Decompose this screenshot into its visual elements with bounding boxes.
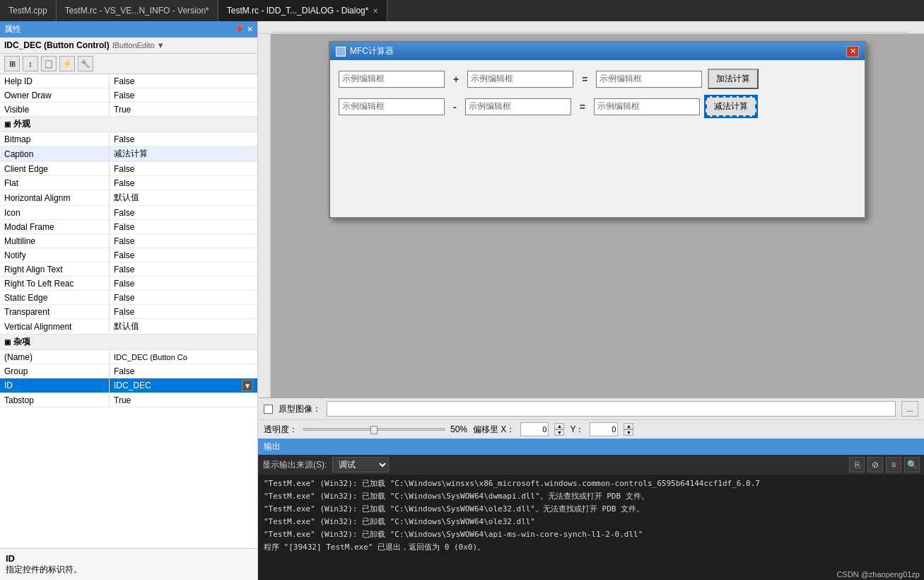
slider-thumb[interactable]: [370, 426, 378, 434]
dialog-row-2: 示例编辑框 - 示例编辑框 = 示例编辑框: [339, 96, 856, 117]
properties-table: Help ID False Owner Draw False Visible T…: [0, 74, 257, 548]
section-misc: ▣ 杂项: [0, 335, 257, 350]
prop-right-align-text: Right Align Text False: [0, 262, 257, 277]
prop-modal-frame: Modal Frame False: [0, 220, 257, 234]
sub-button[interactable]: 减法计算: [706, 96, 756, 117]
panel-header: 属性 📌 ✕: [0, 21, 257, 37]
prop-group: Group False: [0, 364, 257, 378]
dialog-empty-space: [339, 124, 856, 209]
offset-y-spinner: ▲ ▼: [624, 423, 633, 436]
prop-caption[interactable]: Caption 减法计算: [0, 146, 257, 162]
offset-y-down[interactable]: ▼: [624, 429, 633, 436]
tab-testm-cpp[interactable]: TestM.cpp: [0, 0, 57, 21]
pin-icon[interactable]: 📌: [234, 25, 244, 34]
control-name-label: IDC_DEC (Button Control): [4, 40, 110, 50]
property-info-title: ID: [6, 553, 252, 564]
prop-tabstop: Tabstop True: [0, 393, 257, 407]
tab-version[interactable]: TestM.rc - VS_VE...N_INFO - Version*: [57, 0, 218, 21]
control-type-label: IButtonEdito ▼: [112, 41, 165, 50]
designer-area: MFC计算器 ✕ 示例编辑框 +: [258, 21, 924, 439]
offset-x-down[interactable]: ▼: [554, 429, 564, 436]
prototype-browse-btn[interactable]: ...: [901, 401, 918, 417]
offset-y-label: Y：: [570, 424, 584, 436]
panel-title-label: 属性: [4, 23, 21, 35]
sub-edit1[interactable]: 示例编辑框: [339, 98, 445, 115]
prop-name-field: (Name) IDC_DEC (Button Co: [0, 350, 257, 364]
control-selector: IDC_DEC (Button Control) IButtonEdito ▼: [0, 37, 257, 54]
dialog-window: MFC计算器 ✕ 示例编辑框 +: [329, 41, 866, 219]
prop-id[interactable]: ID IDC_DEC ▼: [0, 378, 257, 393]
properties-panel: 属性 📌 ✕ IDC_DEC (Button Control) IButtonE…: [0, 21, 258, 580]
output-wrap-icon[interactable]: ≡: [886, 457, 901, 472]
properties-toolbar: ⊞ ↕ 📋 ⚡ 🔧: [0, 54, 257, 74]
offset-x-up[interactable]: ▲: [554, 423, 564, 429]
prototype-checkbox[interactable]: [264, 405, 273, 414]
add-eq: =: [579, 74, 590, 85]
tab-bar: TestM.cpp TestM.rc - VS_VE...N_INFO - Ve…: [0, 0, 924, 21]
add-edit3[interactable]: 示例编辑框: [596, 71, 702, 88]
dialog-title-text: MFC计算器: [350, 45, 394, 57]
properties-btn[interactable]: 📋: [41, 56, 57, 71]
output-toolbar: 显示输出来源(S): 调试 ⎘ ⊘ ≡ 🔍: [258, 455, 924, 475]
tab-dialog[interactable]: TestM.rc - IDD_T..._DIALOG - Dialog* ✕: [218, 0, 388, 21]
prop-icon: Icon False: [0, 206, 257, 220]
output-line-6: 程序 "[39432] TestM.exe" 已退出，返回值为 0 (0x0)。: [264, 541, 918, 554]
output-line-4: "TestM.exe" (Win32): 已卸载 "C:\Windows\Sys…: [264, 516, 918, 528]
panel-close-icon[interactable]: ✕: [247, 25, 253, 34]
sub-eq: =: [577, 101, 588, 112]
canvas-area[interactable]: MFC计算器 ✕ 示例编辑框 +: [271, 34, 924, 398]
output-line-2: "TestM.exe" (Win32): 已加载 "C:\Windows\Sys…: [264, 490, 918, 503]
id-dropdown-btn[interactable]: ▼: [242, 380, 253, 391]
output-source-label: 显示输出来源(S):: [262, 459, 327, 471]
alphabetical-btn[interactable]: ↕: [23, 56, 38, 71]
prop-owner-draw: Owner Draw False: [0, 88, 257, 103]
dialog-app-icon: [336, 47, 346, 57]
prop-multiline: Multiline False: [0, 234, 257, 248]
dialog-titlebar: MFC计算器 ✕: [330, 42, 865, 60]
offset-x-input[interactable]: [520, 422, 549, 436]
sub-edit2[interactable]: 示例编辑框: [465, 98, 571, 115]
watermark: CSDN @zhaopeng01zp: [836, 570, 920, 579]
settings-btn[interactable]: 🔧: [78, 56, 93, 71]
section-misc-toggle-icon[interactable]: ▣: [4, 338, 11, 346]
sub-edit3[interactable]: 示例编辑框: [594, 98, 700, 115]
section-appearance: ▣ 外观: [0, 117, 257, 132]
output-action-icons: ⎘ ⊘ ≡ 🔍: [849, 457, 920, 472]
section-toggle-icon[interactable]: ▣: [4, 120, 11, 128]
output-source-select[interactable]: 调试: [332, 457, 389, 472]
tab-close-icon[interactable]: ✕: [373, 7, 378, 15]
prototype-input[interactable]: [327, 401, 896, 417]
add-edit2[interactable]: 示例编辑框: [467, 71, 573, 88]
prop-notify: Notify False: [0, 248, 257, 262]
prototype-bar: 原型图像： ...: [258, 398, 924, 419]
events-btn[interactable]: ⚡: [59, 56, 75, 71]
dialog-close-button[interactable]: ✕: [846, 46, 859, 57]
right-panel: MFC计算器 ✕ 示例编辑框 +: [258, 21, 924, 580]
output-line-1: "TestM.exe" (Win32): 已加载 "C:\Windows\win…: [264, 477, 918, 490]
output-title: 输出: [264, 441, 281, 453]
panel-header-icons: 📌 ✕: [234, 25, 253, 34]
add-button[interactable]: 加法计算: [708, 69, 759, 89]
output-copy-icon[interactable]: ⎘: [849, 457, 865, 472]
prop-horiz-align: Horizontal Alignm 默认值: [0, 190, 257, 206]
offset-y-up[interactable]: ▲: [624, 423, 633, 429]
add-edit1[interactable]: 示例编辑框: [339, 71, 445, 88]
output-line-5: "TestM.exe" (Win32): 已卸载 "C:\Windows\Sys…: [264, 528, 918, 541]
transparency-label: 透明度：: [264, 424, 298, 436]
offset-y-input[interactable]: [590, 422, 618, 436]
output-line-3: "TestM.exe" (Win32): 已加载 "C:\Windows\Sys…: [264, 503, 918, 516]
add-op: +: [450, 74, 462, 85]
property-info-desc: 指定控件的标识符。: [6, 564, 252, 576]
prop-static-edge: Static Edge False: [0, 291, 257, 305]
property-info-section: ID 指定控件的标识符。: [0, 548, 257, 580]
designer-body: MFC计算器 ✕ 示例编辑框 +: [258, 34, 924, 398]
categorized-view-btn[interactable]: ⊞: [4, 56, 20, 71]
prop-flat: Flat False: [0, 176, 257, 190]
output-clear-icon[interactable]: ⊘: [867, 457, 883, 472]
dialog-content: 示例编辑框 + 示例编辑框 = 示例编辑框: [330, 60, 865, 217]
prop-right-to-left: Right To Left Reac False: [0, 277, 257, 291]
prop-bitmap: Bitmap False: [0, 132, 257, 146]
transparency-slider[interactable]: [303, 428, 445, 431]
output-find-icon[interactable]: 🔍: [904, 457, 920, 472]
ruler-marks-top: [258, 23, 924, 33]
